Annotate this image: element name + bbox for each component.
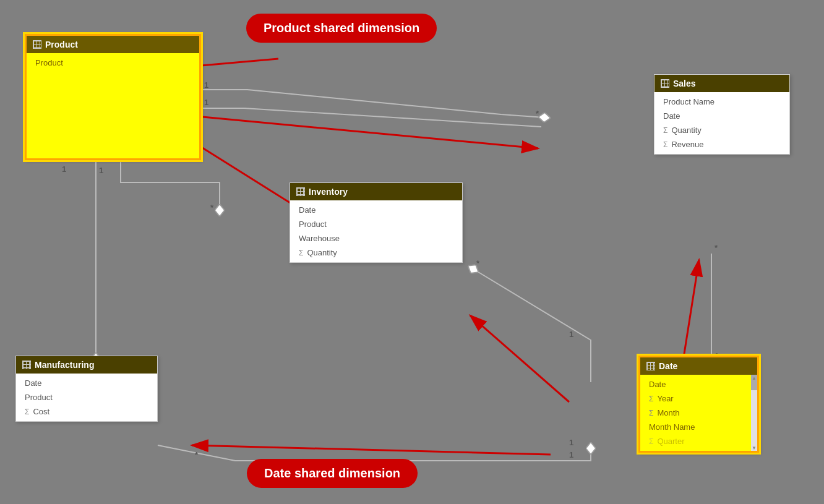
svg-text:*: *: [536, 109, 539, 118]
date-field: Date: [299, 205, 315, 215]
sigma-icon: Σ: [25, 408, 29, 416]
date-table-body: Date Σ Year Σ Month Month Name Σ Quarter…: [640, 375, 757, 451]
manufacturing-row-product: Product: [16, 390, 157, 404]
date-row-month: Σ Month: [640, 406, 757, 420]
year-field: Year: [657, 394, 673, 403]
inventory-table-body: Date Product Warehouse Σ Quantity: [290, 200, 462, 262]
cost-field: Cost: [33, 407, 49, 416]
svg-line-9: [470, 315, 569, 402]
manufacturing-row-date: Date: [16, 376, 157, 390]
sigma-icon: Σ: [299, 249, 303, 257]
product-table-title: Product: [45, 40, 78, 49]
sales-row-revenue: Σ Revenue: [654, 137, 789, 152]
product-table: Product Product: [25, 34, 201, 160]
table-icon: [646, 362, 655, 370]
svg-text:1: 1: [204, 80, 208, 90]
inventory-row-product: Product: [290, 217, 462, 231]
date-callout: Date shared dimension: [247, 459, 418, 488]
manufacturing-table: Manufacturing Date Product Σ Cost: [15, 356, 158, 422]
table-icon: [33, 40, 41, 49]
quarter-field: Quarter: [657, 437, 684, 446]
svg-text:*: *: [715, 243, 718, 252]
warehouse-field: Warehouse: [299, 234, 340, 243]
inventory-table-title: Inventory: [309, 187, 348, 197]
date-row-monthname: Month Name: [640, 420, 757, 434]
inventory-table: Inventory Date Product Warehouse Σ Quant…: [290, 182, 463, 263]
svg-text:1: 1: [62, 164, 66, 174]
inventory-table-header: Inventory: [290, 183, 462, 200]
svg-text:*: *: [476, 258, 480, 268]
svg-line-11: [192, 445, 551, 455]
revenue-field: Revenue: [671, 140, 703, 149]
sigma-icon: Σ: [649, 395, 653, 403]
quantity-field: Quantity: [671, 126, 701, 135]
manufacturing-row-cost: Σ Cost: [16, 404, 157, 419]
product-field: Product: [35, 58, 63, 67]
inventory-row-quantity: Σ Quantity: [290, 246, 462, 260]
date-field: Date: [25, 378, 41, 388]
svg-text:1: 1: [569, 330, 573, 339]
sales-row-productname: Product Name: [654, 95, 789, 109]
product-table-header: Product: [27, 36, 199, 53]
svg-text:1: 1: [204, 98, 208, 107]
sigma-icon: Σ: [663, 126, 667, 135]
date-field: Date: [649, 380, 666, 389]
date-table-title: Date: [659, 361, 677, 371]
table-icon: [661, 79, 669, 88]
month-field: Month: [657, 408, 679, 417]
date-row-year: Σ Year: [640, 391, 757, 406]
product-callout: Product shared dimension: [246, 14, 437, 43]
sales-table-title: Sales: [673, 79, 696, 88]
sigma-icon: Σ: [649, 437, 653, 446]
sigma-icon: Σ: [649, 409, 653, 417]
product-row-product: Product: [27, 56, 199, 70]
svg-text:*: *: [195, 450, 199, 459]
inventory-row-date: Date: [290, 203, 462, 217]
sales-row-quantity: Σ Quantity: [654, 123, 789, 137]
monthname-field: Month Name: [649, 422, 695, 432]
manufacturing-table-title: Manufacturing: [35, 360, 94, 370]
svg-text:1: 1: [569, 438, 573, 447]
quantity-field: Quantity: [307, 248, 337, 257]
manufacturing-table-body: Date Product Σ Cost: [16, 374, 157, 421]
svg-text:1: 1: [569, 450, 573, 459]
inventory-row-warehouse: Warehouse: [290, 231, 462, 246]
date-row-date: Date: [640, 377, 757, 391]
date-table-header: Date: [640, 357, 757, 375]
date-row-quarter: Σ Quarter: [640, 434, 757, 448]
sales-row-date: Date: [654, 109, 789, 123]
product-table-body: Product: [27, 53, 199, 158]
sales-table-body: Product Name Date Σ Quantity Σ Revenue: [654, 92, 789, 154]
svg-text:*: *: [210, 203, 214, 212]
table-icon: [296, 187, 305, 196]
date-callout-text: Date shared dimension: [264, 466, 400, 480]
sales-table: Sales Product Name Date Σ Quantity Σ Rev…: [654, 74, 790, 155]
date-table: Date Date Σ Year Σ Month Month Name Σ Qu…: [638, 356, 759, 453]
product-name-field: Product Name: [663, 97, 715, 106]
svg-line-8: [176, 114, 538, 148]
product-field: Product: [25, 393, 53, 402]
sales-table-header: Sales: [654, 75, 789, 92]
date-field: Date: [663, 111, 680, 121]
manufacturing-table-header: Manufacturing: [16, 356, 157, 374]
product-callout-text: Product shared dimension: [264, 21, 419, 35]
table-icon: [22, 361, 31, 369]
product-field: Product: [299, 220, 327, 229]
svg-text:1: 1: [99, 166, 103, 175]
sigma-icon: Σ: [663, 140, 667, 149]
